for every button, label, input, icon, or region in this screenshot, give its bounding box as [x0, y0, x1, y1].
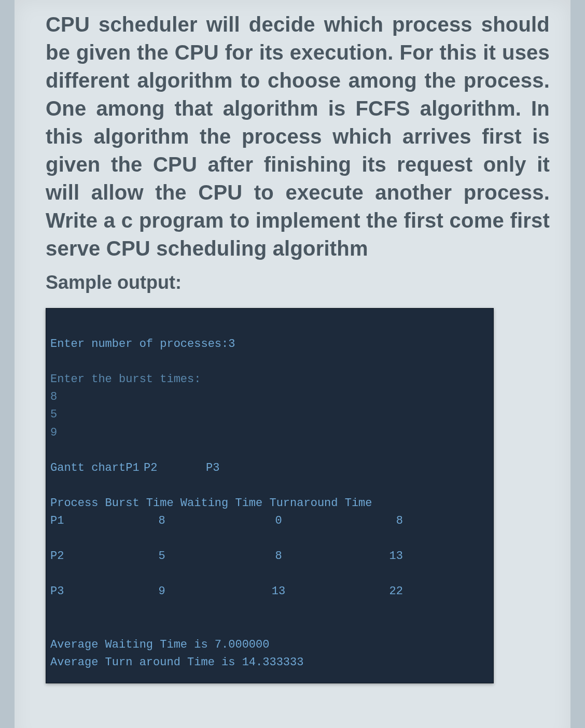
gantt-p2: P2 — [144, 459, 206, 477]
cell-process: P2 — [50, 548, 107, 565]
avg-turnaround-time: Average Turn around Time is 14.333333 — [50, 656, 303, 669]
document-page: CPU scheduler will decide which process … — [15, 0, 570, 728]
burst-input-3: 9 — [50, 426, 57, 439]
terminal-output: Enter number of processes:3 Enter the bu… — [46, 308, 494, 683]
prompt-num-processes: Enter number of processes:3 — [50, 338, 235, 351]
gantt-p1: P1 — [126, 459, 139, 477]
cell-tat: 8 — [341, 512, 403, 530]
cell-process: P3 — [50, 583, 107, 600]
table-header: Process Burst Time Waiting Time Turnarou… — [50, 497, 372, 510]
cell-burst: 5 — [107, 548, 216, 565]
cell-wait: 8 — [216, 548, 341, 565]
cell-burst: 9 — [107, 583, 216, 600]
gantt-p3: P3 — [206, 459, 219, 477]
sample-output-label: Sample output: — [46, 272, 550, 293]
cell-wait: 0 — [216, 512, 341, 530]
table-row: P1808 — [50, 512, 485, 530]
cell-tat: 22 — [341, 583, 403, 600]
prompt-burst-times: Enter the burst times: — [50, 373, 201, 386]
cell-process: P1 — [50, 512, 107, 530]
burst-input-1: 8 — [50, 390, 57, 403]
cell-wait: 13 — [216, 583, 341, 600]
avg-waiting-time: Average Waiting Time is 7.000000 — [50, 638, 269, 651]
table-row: P25813 — [50, 548, 485, 565]
burst-input-2: 5 — [50, 408, 57, 421]
cell-burst: 8 — [107, 512, 216, 530]
cell-tat: 13 — [341, 548, 403, 565]
gantt-label: Gantt chart — [50, 459, 126, 477]
table-row: P391322 — [50, 583, 485, 600]
question-text: CPU scheduler will decide which process … — [46, 10, 550, 262]
gantt-chart-line: Gantt chartP1P2P3 — [50, 461, 219, 474]
